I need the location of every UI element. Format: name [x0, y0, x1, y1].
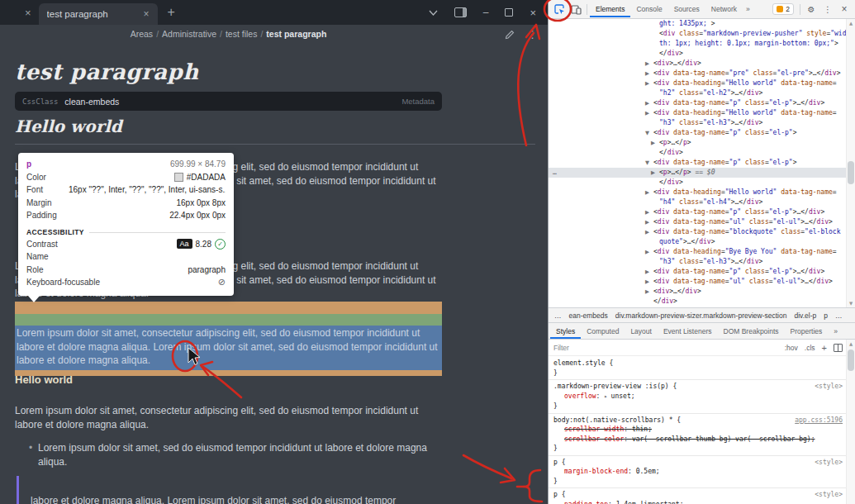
- device-toolbar-icon[interactable]: [568, 2, 584, 17]
- inspect-element-icon[interactable]: [551, 2, 568, 17]
- properties-row[interactable]: CssClass clean-embeds Metadata: [15, 92, 442, 111]
- tree-node[interactable]: ▶<div data-heading="Hello world" data-ta…: [549, 78, 848, 88]
- css-property[interactable]: scrollbar-color: var(--scrollbar-thumb-b…: [553, 435, 843, 445]
- inspected-paragraph[interactable]: Lorem ipsum dolor sit amet, consectetur …: [15, 302, 442, 376]
- expander-closed-icon[interactable]: ▶: [645, 78, 653, 88]
- maximize-button[interactable]: [505, 8, 513, 17]
- tree-node[interactable]: ▶<div>…</div>: [549, 287, 848, 297]
- tree-node[interactable]: ▼<div data-tag-name="p" class="el-p">: [549, 158, 848, 168]
- css-rule[interactable]: p {<style>margin-block-end: 0.5em;}: [549, 456, 848, 489]
- tree-node[interactable]: ght: 1435px; >: [549, 19, 848, 29]
- css-rule[interactable]: .markdown-preview-view :is(p) {<style>ov…: [549, 380, 848, 414]
- breadcrumb-item[interactable]: test paragraph: [266, 29, 326, 39]
- tree-node[interactable]: </div>: [549, 178, 848, 188]
- breadcrumb-item[interactable]: Administrative: [162, 29, 216, 39]
- tab-test-paragraph[interactable]: test paragraph ×: [39, 3, 158, 25]
- computed-sidebar-toggle-icon[interactable]: [834, 344, 843, 352]
- sidebar-toggle-icon[interactable]: [454, 7, 467, 17]
- expander-closed-icon[interactable]: ▶: [645, 227, 653, 237]
- devtools-tab-console[interactable]: Console: [630, 2, 667, 17]
- expander-closed-icon[interactable]: ▶: [645, 267, 653, 277]
- expander-closed-icon[interactable]: ▶: [645, 247, 653, 257]
- tree-node[interactable]: ▶<div data-tag-name="p" class="el-p">…</…: [549, 207, 848, 217]
- styles-tab-event-listeners[interactable]: Event Listeners: [658, 323, 718, 339]
- expander-closed-icon[interactable]: ▶: [645, 108, 653, 118]
- expander-closed-icon[interactable]: ▶: [645, 287, 653, 297]
- css-rule[interactable]: element.style {}: [549, 357, 848, 380]
- issues-badge[interactable]: 2: [772, 3, 794, 15]
- tree-node[interactable]: ▶<p>…</p>: [549, 138, 848, 148]
- tree-node[interactable]: <div class="markdown-preview-pusher" sty…: [549, 29, 848, 39]
- expander-closed-icon[interactable]: ▶: [651, 168, 659, 178]
- property-key[interactable]: CssClass: [22, 97, 58, 106]
- elements-breadcrumb-item[interactable]: div.markdown-preview-sizer.markdown-prev…: [615, 311, 787, 320]
- rule-selector[interactable]: p {: [553, 490, 565, 500]
- rule-source-link[interactable]: <style>: [815, 382, 843, 392]
- filter-input[interactable]: Filter: [553, 344, 778, 352]
- tree-node[interactable]: </div>: [549, 148, 848, 158]
- elements-breadcrumb-item[interactable]: div.el-p: [794, 311, 816, 320]
- devtools-close-icon[interactable]: ×: [836, 2, 853, 17]
- class-toggle[interactable]: .cls: [805, 344, 815, 352]
- css-rule[interactable]: p {<style>padding-top: 1.4em !important;…: [549, 488, 848, 504]
- css-property[interactable]: margin-block-end: 0.5em;: [553, 467, 843, 477]
- more-panels-icon[interactable]: »: [743, 5, 753, 13]
- devtools-tab-sources[interactable]: Sources: [668, 2, 705, 17]
- tree-node[interactable]: ▼<div data-tag-name="p" class="el-p">: [549, 128, 848, 138]
- elements-breadcrumb-item[interactable]: ean-embeds: [569, 311, 608, 320]
- elements-scrollbar[interactable]: ▲ ▼: [846, 19, 855, 307]
- edit-icon[interactable]: [505, 30, 515, 40]
- expander-open-icon[interactable]: ▼: [645, 158, 653, 168]
- rule-source-link[interactable]: app.css:5196: [795, 416, 843, 426]
- devtools-tab-elements[interactable]: Elements: [590, 2, 630, 17]
- expander-closed-icon[interactable]: ▶: [645, 277, 653, 287]
- styles-scrollbar-thumb[interactable]: [848, 349, 854, 371]
- tree-node[interactable]: ▶<div>…</div>: [549, 59, 848, 69]
- tree-node[interactable]: th: 1px; height: 0.1px; margin-bottom: 0…: [549, 39, 848, 49]
- expander-closed-icon[interactable]: ▶: [645, 217, 653, 227]
- tree-node[interactable]: quote">…</div>: [549, 237, 848, 247]
- expander-closed-icon[interactable]: ▶: [645, 98, 653, 108]
- new-tab-button[interactable]: +: [168, 5, 175, 20]
- tree-node[interactable]: </div>: [549, 49, 848, 59]
- tree-node[interactable]: "h2" class="el-h2">…</div>: [549, 88, 848, 98]
- scroll-down-icon[interactable]: ▼: [847, 301, 855, 306]
- css-rule[interactable]: body:not(.native-scrollbars) * {app.css:…: [549, 414, 848, 456]
- rule-selector[interactable]: .markdown-preview-view :is(p) {: [553, 382, 677, 392]
- tab-list-dropdown-icon[interactable]: [429, 10, 438, 16]
- rule-source-link[interactable]: <style>: [815, 490, 843, 500]
- styles-scroll-up-icon[interactable]: ▲: [847, 341, 855, 346]
- tree-node[interactable]: ▶<div data-heading="Bye Bye You" data-ta…: [549, 247, 848, 257]
- styles-tab-styles[interactable]: Styles: [550, 323, 581, 339]
- css-property[interactable]: padding-top: 1.4em !important;: [553, 500, 843, 504]
- rule-selector[interactable]: element.style {: [553, 359, 613, 368]
- pseudo-state-toggle[interactable]: :hov: [785, 344, 798, 352]
- tree-node[interactable]: ▶<div data-heading="Hello world" data-ta…: [549, 188, 848, 197]
- devtools-tab-network[interactable]: Network: [705, 2, 743, 17]
- settings-gear-icon[interactable]: ⚙: [803, 2, 819, 17]
- css-property[interactable]: scrollbar-width: thin;: [553, 425, 843, 435]
- elements-breadcrumb-item[interactable]: p: [824, 311, 828, 320]
- rule-selector[interactable]: body:not(.native-scrollbars) * {: [553, 416, 681, 426]
- expander-closed-icon[interactable]: ▶: [651, 138, 659, 148]
- new-style-rule-button[interactable]: +: [822, 343, 827, 353]
- expander-open-icon[interactable]: ▼: [645, 128, 653, 138]
- tree-node[interactable]: ▶<div data-tag-name="ul" class="el-ul">……: [549, 217, 848, 227]
- scroll-up-icon[interactable]: ▲: [847, 21, 855, 26]
- tree-node[interactable]: "h3" class="el-h3">…</div>: [549, 118, 848, 128]
- elements-breadcrumb-item[interactable]: …: [835, 311, 843, 320]
- rule-source-link[interactable]: <style>: [815, 458, 843, 468]
- styles-scrollbar[interactable]: ▲: [846, 340, 855, 504]
- styles-tab-computed[interactable]: Computed: [581, 323, 625, 339]
- tree-node[interactable]: ▶<div data-tag-name="p" class="el-p">…</…: [549, 98, 848, 108]
- elements-breadcrumb-item[interactable]: …: [554, 311, 562, 320]
- breadcrumb-item[interactable]: Areas: [131, 29, 153, 39]
- tree-node[interactable]: </div>: [549, 297, 848, 307]
- minimize-button[interactable]: –: [483, 7, 489, 18]
- more-options-icon[interactable]: ⋮: [527, 28, 538, 40]
- styles-tab-dom-breakpoints[interactable]: DOM Breakpoints: [718, 323, 785, 339]
- styles-tab--[interactable]: »: [828, 323, 843, 339]
- scrollbar-thumb[interactable]: [848, 161, 854, 184]
- shorthand-expander-icon[interactable]: ▸: [604, 393, 610, 400]
- tree-node[interactable]: ▶<div data-tag-name="pre" class="el-pre"…: [549, 69, 848, 78]
